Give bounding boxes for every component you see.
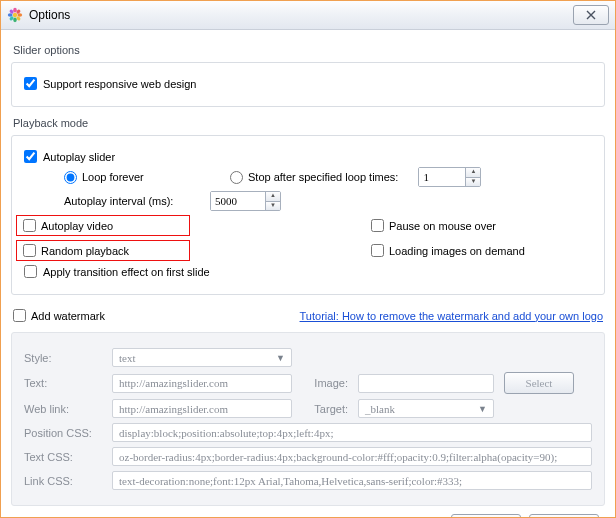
interval-label: Autoplay interval (ms): [64, 195, 204, 207]
stop-after-label: Stop after specified loop times: [248, 171, 398, 183]
add-watermark-checkbox[interactable] [13, 309, 26, 322]
interval-spinner[interactable]: ▲ ▼ [210, 191, 281, 211]
loading-demand-checkbox[interactable] [371, 244, 384, 257]
window-title: Options [29, 8, 573, 22]
style-combo: text ▼ [112, 348, 292, 367]
chevron-down-icon: ▼ [276, 353, 285, 363]
random-playback-label: Random playback [41, 245, 129, 257]
textcss-input [112, 447, 592, 466]
playback-mode-group: Autoplay slider Loop forever Stop after … [11, 135, 605, 295]
loop-times-input[interactable] [419, 168, 465, 186]
linkcss-label: Link CSS: [24, 475, 102, 487]
loop-times-spinner[interactable]: ▲ ▼ [418, 167, 481, 187]
responsive-label: Support responsive web design [43, 78, 196, 90]
chevron-down-icon: ▼ [478, 404, 487, 414]
textcss-label: Text CSS: [24, 451, 102, 463]
cancel-button[interactable]: Cancel [529, 514, 599, 518]
style-label: Style: [24, 352, 102, 364]
svg-point-4 [17, 13, 22, 17]
spin-down-icon[interactable]: ▼ [266, 202, 280, 211]
poscss-input [112, 423, 592, 442]
content-area: Slider options Support responsive web de… [1, 30, 615, 518]
ok-button[interactable]: Ok [451, 514, 521, 518]
image-input [358, 374, 494, 393]
autoplay-slider-checkbox[interactable] [24, 150, 37, 163]
spin-down-icon[interactable]: ▼ [466, 178, 480, 187]
weblink-input [112, 399, 292, 418]
svg-point-0 [13, 13, 17, 17]
svg-point-2 [13, 17, 17, 22]
responsive-checkbox[interactable] [24, 77, 37, 90]
add-watermark-label: Add watermark [31, 310, 105, 322]
text-label: Text: [24, 377, 102, 389]
select-button: Select [504, 372, 574, 394]
spin-up-icon[interactable]: ▲ [266, 192, 280, 202]
weblink-label: Web link: [24, 403, 102, 415]
text-input [112, 374, 292, 393]
dialog-footer: Ok Cancel [11, 506, 605, 518]
image-label: Image: [302, 377, 348, 389]
autoplay-video-label: Autoplay video [41, 220, 113, 232]
target-combo: _blank ▼ [358, 399, 494, 418]
target-value: _blank [365, 403, 395, 415]
loop-forever-radio[interactable] [64, 171, 77, 184]
tutorial-link[interactable]: Tutorial: How to remove the watermark an… [300, 310, 603, 322]
close-button[interactable] [573, 5, 609, 25]
style-value: text [119, 352, 136, 364]
svg-point-1 [13, 8, 17, 13]
close-icon [586, 10, 596, 20]
autoplay-video-highlight: Autoplay video [16, 215, 190, 236]
apply-transition-checkbox[interactable] [24, 265, 37, 278]
target-label: Target: [302, 403, 348, 415]
app-flower-icon [7, 7, 23, 23]
svg-point-3 [8, 13, 13, 17]
spin-up-icon[interactable]: ▲ [466, 168, 480, 178]
random-playback-highlight: Random playback [16, 240, 190, 261]
slider-options-group: Support responsive web design [11, 62, 605, 107]
watermark-settings-panel: Style: text ▼ Text: Image: Select Web li… [11, 332, 605, 506]
apply-transition-label: Apply transition effect on first slide [43, 266, 210, 278]
loading-demand-label: Loading images on demand [389, 245, 525, 257]
stop-after-radio[interactable] [230, 171, 243, 184]
pause-mouse-checkbox[interactable] [371, 219, 384, 232]
interval-input[interactable] [211, 192, 265, 210]
poscss-label: Position CSS: [24, 427, 102, 439]
playback-mode-title: Playback mode [13, 117, 605, 129]
loop-forever-label: Loop forever [82, 171, 144, 183]
autoplay-slider-label: Autoplay slider [43, 151, 115, 163]
titlebar: Options [1, 1, 615, 30]
random-playback-checkbox[interactable] [23, 244, 36, 257]
autoplay-video-checkbox[interactable] [23, 219, 36, 232]
slider-options-title: Slider options [13, 44, 605, 56]
linkcss-input [112, 471, 592, 490]
pause-mouse-label: Pause on mouse over [389, 220, 496, 232]
